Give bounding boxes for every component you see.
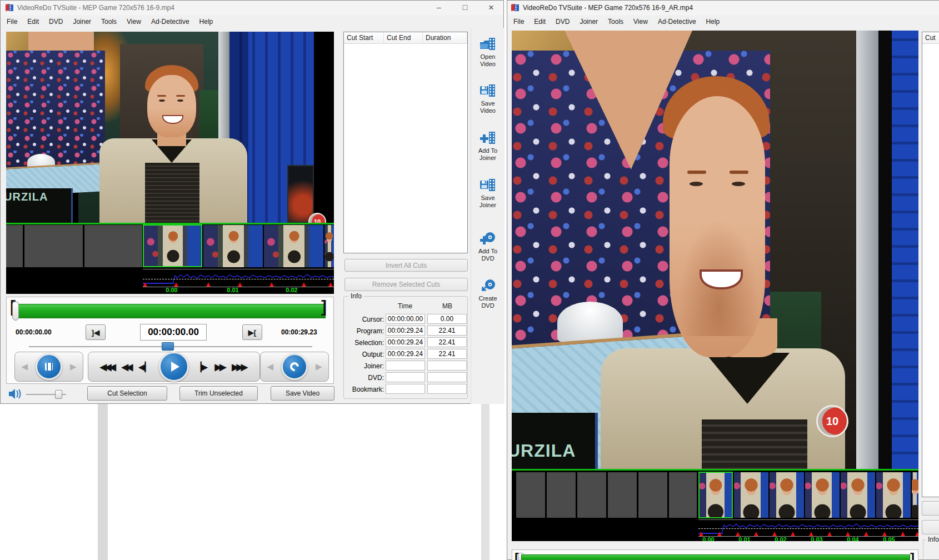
scene-skip-button[interactable] xyxy=(281,353,308,380)
frame-marker xyxy=(206,282,211,287)
menu-dvd[interactable]: DVD xyxy=(44,16,68,27)
save-joiner-label: Save Joiner xyxy=(471,194,505,209)
menu-help[interactable]: Help xyxy=(701,16,725,27)
video-pillarbox-right xyxy=(314,32,334,223)
man-tshirt xyxy=(145,163,199,223)
menu-file[interactable]: File xyxy=(2,16,22,27)
timeline-thumbnail[interactable] xyxy=(734,472,768,518)
timeline-thumbnail[interactable] xyxy=(912,472,918,518)
info-legend: Info xyxy=(926,536,939,543)
remove-selected-cuts-button-partial[interactable] xyxy=(922,520,939,534)
selection-end-bracket[interactable]: ] xyxy=(910,550,915,560)
menu-tools[interactable]: Tools xyxy=(96,16,122,27)
timeline-thumbnail[interactable] xyxy=(264,225,323,267)
mark-selection-end-button[interactable]: ▶[ xyxy=(242,324,262,340)
waveform-top-line xyxy=(698,519,918,520)
left-title-bar[interactable]: VideoReDo TVSuite - MEP Game 720x576 16-… xyxy=(1,1,503,15)
menu-view[interactable]: View xyxy=(628,16,653,27)
play-button[interactable] xyxy=(159,352,189,382)
rewind-button[interactable]: ◀◀ xyxy=(122,362,133,372)
menu-joiner[interactable]: Joiner xyxy=(575,16,603,27)
minimize-button[interactable]: – xyxy=(428,1,449,14)
seek-position-thumb[interactable] xyxy=(12,302,19,321)
menu-edit[interactable]: Edit xyxy=(529,16,551,27)
mark-selection-start-button[interactable]: ]◀ xyxy=(86,324,106,340)
video-preview[interactable]: URZILA 10 xyxy=(512,31,918,469)
shuttle-slider-thumb[interactable] xyxy=(162,342,174,351)
menu-ad-detective[interactable]: Ad-Detective xyxy=(653,16,701,27)
menu-dvd[interactable]: DVD xyxy=(551,16,575,27)
frame-marker xyxy=(699,532,703,536)
video-preview[interactable]: URZILA 10 xyxy=(6,32,334,223)
fast-rewind-button[interactable]: ◀◀◀ xyxy=(100,362,116,372)
timeline-strip[interactable]: 0.00 0.01 0.02 xyxy=(6,224,334,294)
menu-file[interactable]: File xyxy=(508,16,529,27)
timeline-empty-cell xyxy=(6,225,23,267)
invert-all-cuts-button[interactable]: Invert All Cuts xyxy=(344,259,468,272)
cut-selection-button[interactable]: Cut Selection xyxy=(87,386,167,401)
cut-start-column-header[interactable]: Cut xyxy=(922,32,939,44)
right-title-bar[interactable]: VideoReDo TVSuite - MEP Game 720x576 16-… xyxy=(507,1,939,15)
timeline-tick-label: 0.04 xyxy=(842,536,864,541)
time-column-header: Time xyxy=(385,302,425,310)
timeline-thumbnail[interactable] xyxy=(203,225,263,267)
forward-button[interactable]: ▶▶ xyxy=(215,362,227,372)
cut-list-partial[interactable]: Cut xyxy=(922,32,939,497)
remove-selected-cuts-button[interactable]: Remove Selected Cuts xyxy=(344,278,468,291)
selection-end-bracket[interactable]: ] xyxy=(321,298,327,315)
stop-button[interactable] xyxy=(36,353,62,380)
next-cut-arrow[interactable]: ▶ xyxy=(70,362,77,372)
info-dvd-time xyxy=(386,372,425,382)
channel-10-text: 10 xyxy=(314,218,321,223)
open-video-icon xyxy=(480,37,496,51)
desktop-background xyxy=(0,404,507,560)
timeline-strip[interactable]: 0.00 0.01 0.02 0.03 0.04 0.05 0.06 xyxy=(512,471,918,541)
menu-help[interactable]: Help xyxy=(194,16,218,27)
menu-ad-detective[interactable]: Ad-Detective xyxy=(146,16,194,27)
studio-light-strip xyxy=(856,31,878,469)
maximize-button[interactable]: □ xyxy=(454,1,476,14)
close-button[interactable]: × xyxy=(481,1,502,14)
man-eye xyxy=(159,99,165,102)
prev-scene-arrow[interactable]: ◀ xyxy=(267,362,273,372)
timeline-thumbnail[interactable] xyxy=(770,472,804,518)
next-scene-arrow[interactable]: ▶ xyxy=(316,362,322,372)
man-face xyxy=(147,75,196,137)
timeline-empty-cell xyxy=(608,472,637,518)
cut-start-column-header[interactable]: Cut Start xyxy=(344,32,384,44)
menu-edit[interactable]: Edit xyxy=(22,16,44,27)
menu-view[interactable]: View xyxy=(122,16,146,27)
timeline-thumbnail[interactable] xyxy=(841,472,875,518)
prev-cut-arrow[interactable]: ◀ xyxy=(21,362,28,372)
info-group-partial: Info xyxy=(923,539,939,560)
trim-unselected-button[interactable]: Trim Unselected xyxy=(179,386,258,401)
selection-seek-bar[interactable] xyxy=(521,554,910,560)
stop-button-group: ◀ ▶ xyxy=(14,352,83,382)
save-video-button[interactable]: Save Video xyxy=(271,386,334,401)
timeline-thumbnail[interactable] xyxy=(805,472,840,518)
fast-forward-button[interactable]: ▶▶▶ xyxy=(232,362,248,372)
start-time: 00:00:00.00 xyxy=(16,328,52,336)
save-video-label: Save Video xyxy=(471,100,505,114)
step-forward-button[interactable]: ▕▶ xyxy=(194,362,209,372)
duration-column-header[interactable]: Duration xyxy=(423,32,467,44)
create-dvd-label: Create DVD xyxy=(471,295,505,309)
invert-all-cuts-button-partial[interactable] xyxy=(922,501,939,516)
waveform-top-line xyxy=(143,269,334,269)
selection-seek-bar[interactable] xyxy=(16,304,326,318)
cut-list[interactable]: Cut Start Cut End Duration xyxy=(343,32,468,253)
timeline-thumbnail[interactable] xyxy=(876,472,911,518)
info-legend: Info xyxy=(348,292,364,300)
man-eyebrow xyxy=(176,95,185,97)
frame-marker xyxy=(717,532,722,536)
info-joiner-time xyxy=(386,361,425,371)
timeline-thumbnail-selected[interactable] xyxy=(143,224,202,267)
timeline-thumbnail[interactable] xyxy=(324,225,334,267)
menu-joiner[interactable]: Joiner xyxy=(68,16,96,27)
step-back-button[interactable]: ◀▏ xyxy=(138,362,153,372)
timeline-thumbnail-selected[interactable] xyxy=(698,472,733,518)
menu-tools[interactable]: Tools xyxy=(603,16,628,27)
volume-icon xyxy=(8,388,23,400)
volume-slider-thumb[interactable] xyxy=(55,390,62,399)
cut-end-column-header[interactable]: Cut End xyxy=(384,32,423,44)
